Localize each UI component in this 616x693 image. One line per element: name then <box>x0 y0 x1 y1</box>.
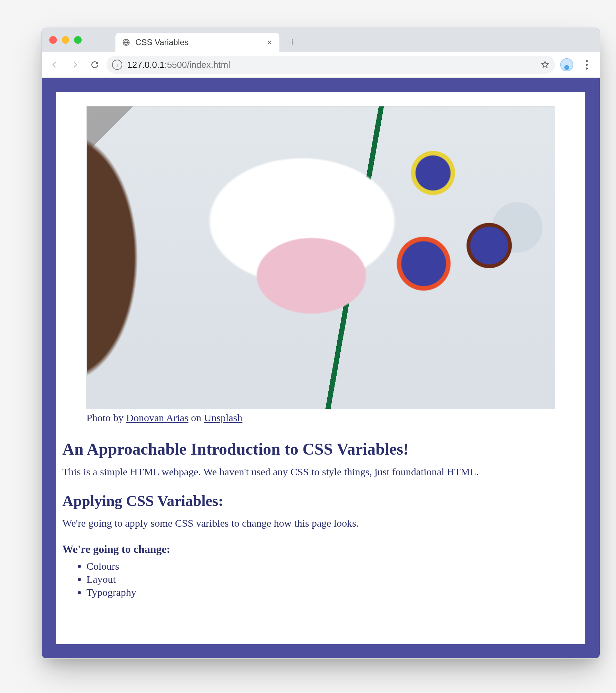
author-link[interactable]: Donovan Arias <box>126 412 188 423</box>
sub-heading: We're going to change: <box>62 543 579 556</box>
forward-button[interactable] <box>66 56 83 73</box>
site-link[interactable]: Unsplash <box>204 412 243 423</box>
hero-figure: Photo by Donovan Arias on Unsplash <box>86 106 555 424</box>
list-item: Layout <box>86 573 579 585</box>
list-item: Typography <box>86 587 579 598</box>
site-info-icon[interactable]: i <box>112 60 122 70</box>
window-close-button[interactable] <box>49 36 57 44</box>
toolbar: i 127.0.0.1:5500/index.html <box>42 52 600 78</box>
kebab-icon <box>586 60 588 70</box>
page-title: An Approachable Introduction to CSS Vari… <box>62 439 579 458</box>
tab-strip: CSS Variables <box>42 28 600 52</box>
back-button[interactable] <box>47 56 63 73</box>
hero-image <box>86 106 555 409</box>
window-zoom-button[interactable] <box>74 36 82 44</box>
profile-avatar[interactable] <box>558 56 575 73</box>
globe-icon <box>122 38 131 47</box>
list-item: Colours <box>86 560 579 572</box>
section-paragraph: We're going to apply some CSS varibles t… <box>62 517 579 529</box>
intro-paragraph: This is a simple HTML webpage. We haven'… <box>62 466 579 478</box>
tab-close-button[interactable] <box>266 39 273 46</box>
url-path: :5500/index.html <box>164 60 230 70</box>
viewport: Photo by Donovan Arias on Unsplash An Ap… <box>42 78 600 659</box>
caption-prefix: Photo by <box>86 412 126 423</box>
change-list: Colours Layout Typography <box>62 560 579 598</box>
url-text: 127.0.0.1:5500/index.html <box>127 60 536 70</box>
caption-middle: on <box>188 412 204 423</box>
window-minimize-button[interactable] <box>62 36 69 44</box>
bookmark-star-icon[interactable] <box>541 60 550 69</box>
tab-title: CSS Variables <box>135 38 261 47</box>
address-bar[interactable]: i 127.0.0.1:5500/index.html <box>106 56 555 74</box>
reload-button[interactable] <box>86 56 103 73</box>
url-host: 127.0.0.1 <box>127 60 164 70</box>
section-heading: Applying CSS Variables: <box>62 492 579 510</box>
browser-menu-button[interactable] <box>578 56 595 73</box>
image-caption: Photo by Donovan Arias on Unsplash <box>86 412 555 424</box>
new-tab-button[interactable] <box>286 36 298 48</box>
avatar-icon <box>560 58 573 71</box>
browser-window: CSS Variables i <box>41 28 600 659</box>
window-controls <box>49 36 82 44</box>
page-content: Photo by Donovan Arias on Unsplash An Ap… <box>56 92 585 644</box>
tab-active[interactable]: CSS Variables <box>115 33 279 52</box>
